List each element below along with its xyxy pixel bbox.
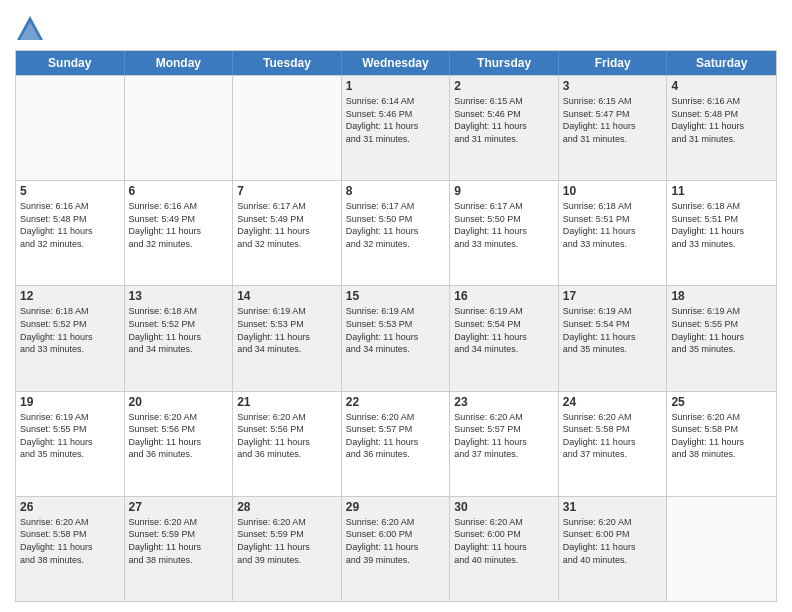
day-number: 9	[454, 184, 554, 198]
calendar-header-row: SundayMondayTuesdayWednesdayThursdayFrid…	[16, 51, 776, 75]
cal-cell: 3Sunrise: 6:15 AM Sunset: 5:47 PM Daylig…	[559, 76, 668, 180]
day-number: 18	[671, 289, 772, 303]
day-info: Sunrise: 6:20 AM Sunset: 5:59 PM Dayligh…	[237, 516, 337, 566]
day-number: 29	[346, 500, 446, 514]
cal-cell: 30Sunrise: 6:20 AM Sunset: 6:00 PM Dayli…	[450, 497, 559, 601]
cal-cell	[233, 76, 342, 180]
day-number: 16	[454, 289, 554, 303]
day-number: 23	[454, 395, 554, 409]
day-info: Sunrise: 6:18 AM Sunset: 5:51 PM Dayligh…	[563, 200, 663, 250]
logo-icon	[15, 14, 45, 44]
day-number: 2	[454, 79, 554, 93]
cal-cell: 11Sunrise: 6:18 AM Sunset: 5:51 PM Dayli…	[667, 181, 776, 285]
day-number: 3	[563, 79, 663, 93]
cal-cell: 21Sunrise: 6:20 AM Sunset: 5:56 PM Dayli…	[233, 392, 342, 496]
header-day-sunday: Sunday	[16, 51, 125, 75]
week-row-3: 12Sunrise: 6:18 AM Sunset: 5:52 PM Dayli…	[16, 285, 776, 390]
day-info: Sunrise: 6:19 AM Sunset: 5:55 PM Dayligh…	[20, 411, 120, 461]
day-info: Sunrise: 6:20 AM Sunset: 5:57 PM Dayligh…	[454, 411, 554, 461]
header-day-tuesday: Tuesday	[233, 51, 342, 75]
week-row-2: 5Sunrise: 6:16 AM Sunset: 5:48 PM Daylig…	[16, 180, 776, 285]
day-number: 27	[129, 500, 229, 514]
cal-cell: 14Sunrise: 6:19 AM Sunset: 5:53 PM Dayli…	[233, 286, 342, 390]
cal-cell: 31Sunrise: 6:20 AM Sunset: 6:00 PM Dayli…	[559, 497, 668, 601]
day-info: Sunrise: 6:16 AM Sunset: 5:48 PM Dayligh…	[20, 200, 120, 250]
day-info: Sunrise: 6:19 AM Sunset: 5:53 PM Dayligh…	[346, 305, 446, 355]
day-number: 1	[346, 79, 446, 93]
day-number: 5	[20, 184, 120, 198]
cal-cell: 15Sunrise: 6:19 AM Sunset: 5:53 PM Dayli…	[342, 286, 451, 390]
cal-cell: 6Sunrise: 6:16 AM Sunset: 5:49 PM Daylig…	[125, 181, 234, 285]
page: SundayMondayTuesdayWednesdayThursdayFrid…	[0, 0, 792, 612]
day-number: 4	[671, 79, 772, 93]
day-number: 20	[129, 395, 229, 409]
day-number: 19	[20, 395, 120, 409]
cal-cell: 4Sunrise: 6:16 AM Sunset: 5:48 PM Daylig…	[667, 76, 776, 180]
header-day-wednesday: Wednesday	[342, 51, 451, 75]
day-info: Sunrise: 6:18 AM Sunset: 5:51 PM Dayligh…	[671, 200, 772, 250]
day-number: 7	[237, 184, 337, 198]
day-info: Sunrise: 6:20 AM Sunset: 6:00 PM Dayligh…	[454, 516, 554, 566]
header	[15, 10, 777, 44]
cal-cell: 7Sunrise: 6:17 AM Sunset: 5:49 PM Daylig…	[233, 181, 342, 285]
day-number: 25	[671, 395, 772, 409]
calendar: SundayMondayTuesdayWednesdayThursdayFrid…	[15, 50, 777, 602]
cal-cell: 9Sunrise: 6:17 AM Sunset: 5:50 PM Daylig…	[450, 181, 559, 285]
day-info: Sunrise: 6:17 AM Sunset: 5:49 PM Dayligh…	[237, 200, 337, 250]
cal-cell: 16Sunrise: 6:19 AM Sunset: 5:54 PM Dayli…	[450, 286, 559, 390]
day-number: 15	[346, 289, 446, 303]
day-info: Sunrise: 6:20 AM Sunset: 6:00 PM Dayligh…	[563, 516, 663, 566]
cal-cell: 25Sunrise: 6:20 AM Sunset: 5:58 PM Dayli…	[667, 392, 776, 496]
cal-cell: 10Sunrise: 6:18 AM Sunset: 5:51 PM Dayli…	[559, 181, 668, 285]
day-number: 8	[346, 184, 446, 198]
day-info: Sunrise: 6:20 AM Sunset: 5:58 PM Dayligh…	[20, 516, 120, 566]
day-number: 10	[563, 184, 663, 198]
cal-cell: 17Sunrise: 6:19 AM Sunset: 5:54 PM Dayli…	[559, 286, 668, 390]
cal-cell: 1Sunrise: 6:14 AM Sunset: 5:46 PM Daylig…	[342, 76, 451, 180]
day-info: Sunrise: 6:20 AM Sunset: 5:58 PM Dayligh…	[671, 411, 772, 461]
calendar-body: 1Sunrise: 6:14 AM Sunset: 5:46 PM Daylig…	[16, 75, 776, 601]
cal-cell: 19Sunrise: 6:19 AM Sunset: 5:55 PM Dayli…	[16, 392, 125, 496]
cal-cell: 5Sunrise: 6:16 AM Sunset: 5:48 PM Daylig…	[16, 181, 125, 285]
day-info: Sunrise: 6:17 AM Sunset: 5:50 PM Dayligh…	[346, 200, 446, 250]
day-info: Sunrise: 6:16 AM Sunset: 5:48 PM Dayligh…	[671, 95, 772, 145]
logo	[15, 14, 49, 44]
cal-cell: 8Sunrise: 6:17 AM Sunset: 5:50 PM Daylig…	[342, 181, 451, 285]
day-number: 28	[237, 500, 337, 514]
day-number: 14	[237, 289, 337, 303]
week-row-4: 19Sunrise: 6:19 AM Sunset: 5:55 PM Dayli…	[16, 391, 776, 496]
day-info: Sunrise: 6:15 AM Sunset: 5:47 PM Dayligh…	[563, 95, 663, 145]
day-number: 21	[237, 395, 337, 409]
day-info: Sunrise: 6:20 AM Sunset: 5:57 PM Dayligh…	[346, 411, 446, 461]
cal-cell: 2Sunrise: 6:15 AM Sunset: 5:46 PM Daylig…	[450, 76, 559, 180]
cal-cell: 26Sunrise: 6:20 AM Sunset: 5:58 PM Dayli…	[16, 497, 125, 601]
cal-cell: 20Sunrise: 6:20 AM Sunset: 5:56 PM Dayli…	[125, 392, 234, 496]
day-number: 30	[454, 500, 554, 514]
day-info: Sunrise: 6:20 AM Sunset: 5:56 PM Dayligh…	[129, 411, 229, 461]
day-number: 13	[129, 289, 229, 303]
cal-cell: 27Sunrise: 6:20 AM Sunset: 5:59 PM Dayli…	[125, 497, 234, 601]
week-row-1: 1Sunrise: 6:14 AM Sunset: 5:46 PM Daylig…	[16, 75, 776, 180]
day-info: Sunrise: 6:16 AM Sunset: 5:49 PM Dayligh…	[129, 200, 229, 250]
day-info: Sunrise: 6:20 AM Sunset: 5:59 PM Dayligh…	[129, 516, 229, 566]
cal-cell: 29Sunrise: 6:20 AM Sunset: 6:00 PM Dayli…	[342, 497, 451, 601]
header-day-monday: Monday	[125, 51, 234, 75]
day-info: Sunrise: 6:19 AM Sunset: 5:53 PM Dayligh…	[237, 305, 337, 355]
day-info: Sunrise: 6:18 AM Sunset: 5:52 PM Dayligh…	[20, 305, 120, 355]
day-info: Sunrise: 6:20 AM Sunset: 5:56 PM Dayligh…	[237, 411, 337, 461]
cal-cell: 28Sunrise: 6:20 AM Sunset: 5:59 PM Dayli…	[233, 497, 342, 601]
day-info: Sunrise: 6:19 AM Sunset: 5:54 PM Dayligh…	[454, 305, 554, 355]
day-info: Sunrise: 6:14 AM Sunset: 5:46 PM Dayligh…	[346, 95, 446, 145]
cal-cell	[16, 76, 125, 180]
day-number: 11	[671, 184, 772, 198]
day-info: Sunrise: 6:18 AM Sunset: 5:52 PM Dayligh…	[129, 305, 229, 355]
cal-cell: 13Sunrise: 6:18 AM Sunset: 5:52 PM Dayli…	[125, 286, 234, 390]
cal-cell: 24Sunrise: 6:20 AM Sunset: 5:58 PM Dayli…	[559, 392, 668, 496]
day-number: 26	[20, 500, 120, 514]
day-info: Sunrise: 6:20 AM Sunset: 5:58 PM Dayligh…	[563, 411, 663, 461]
day-info: Sunrise: 6:17 AM Sunset: 5:50 PM Dayligh…	[454, 200, 554, 250]
cal-cell: 23Sunrise: 6:20 AM Sunset: 5:57 PM Dayli…	[450, 392, 559, 496]
day-info: Sunrise: 6:15 AM Sunset: 5:46 PM Dayligh…	[454, 95, 554, 145]
day-info: Sunrise: 6:19 AM Sunset: 5:55 PM Dayligh…	[671, 305, 772, 355]
week-row-5: 26Sunrise: 6:20 AM Sunset: 5:58 PM Dayli…	[16, 496, 776, 601]
